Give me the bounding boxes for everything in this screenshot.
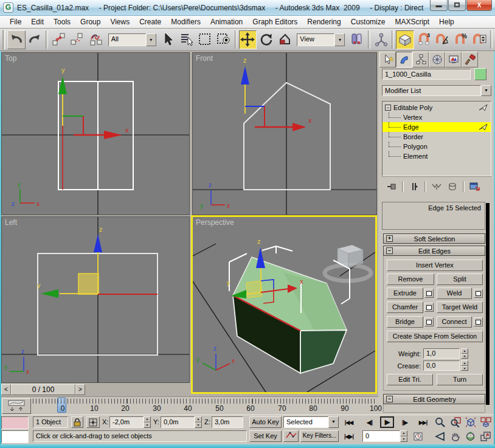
selection-lock-button[interactable] (71, 416, 83, 428)
tab-create[interactable] (379, 52, 396, 67)
house-object[interactable] (233, 257, 347, 373)
rollout-soft-selection[interactable]: + Soft Selection (383, 233, 485, 244)
spinner-up-icon[interactable]: ▲ (461, 360, 468, 366)
remove-modifier-button[interactable] (445, 181, 460, 193)
bridge-settings-button[interactable] (424, 317, 434, 326)
viewport-top[interactable]: Top y x y z x (1, 52, 190, 215)
stack-row-vertex[interactable]: Vertex (382, 112, 491, 122)
menu-file[interactable]: File (5, 16, 26, 27)
pin-stack-button[interactable] (384, 181, 399, 193)
connect-button[interactable]: Connect (437, 316, 472, 328)
stack-row-polygon[interactable]: Polygon (382, 142, 491, 151)
set-key-button[interactable]: Set Key (249, 430, 282, 442)
menu-group[interactable]: Group (75, 16, 105, 27)
viewport-left[interactable]: Left z y z y x (1, 216, 190, 383)
field-of-view-button[interactable] (433, 430, 447, 442)
y-spinner[interactable]: ▲▼ (195, 416, 202, 428)
crease-field[interactable]: 0,0 (423, 360, 460, 371)
spinner-up-icon[interactable]: ▲ (400, 430, 407, 436)
weight-spinner[interactable]: ▲▼ (461, 348, 468, 359)
time-slider-prev-button[interactable]: < (1, 384, 11, 395)
weld-settings-button[interactable] (474, 289, 483, 298)
undo-button[interactable] (7, 30, 26, 49)
absolute-offset-mode-button[interactable] (86, 416, 100, 428)
window-crossing-button[interactable] (215, 30, 233, 49)
rectangular-selection-region-button[interactable] (196, 30, 215, 49)
menu-help[interactable]: Help (434, 16, 459, 27)
rollout-edit-geometry[interactable]: − Edit Geometry (383, 394, 485, 404)
angle-snap-button[interactable] (433, 30, 451, 49)
tab-motion[interactable] (429, 52, 445, 67)
snaps-toggle-button[interactable] (396, 30, 414, 49)
menu-edit[interactable]: Edit (26, 16, 49, 27)
app-icon[interactable]: G (3, 2, 13, 13)
viewport-top-label[interactable]: Top (5, 54, 16, 63)
edit-tri-button[interactable]: Edit Tri. (387, 374, 433, 385)
use-pivot-point-center-button[interactable] (348, 30, 366, 49)
animation-selection-arrow[interactable]: ▼ (328, 416, 339, 428)
title-bar[interactable]: G ES_Casilla_01a2.max - Project Folder: … (0, 0, 495, 16)
menu-views[interactable]: Views (105, 16, 134, 27)
time-configuration-button[interactable] (411, 430, 425, 442)
zoom-extents-all-button[interactable] (479, 416, 493, 428)
modifier-list-arrow-icon[interactable]: ▼ (481, 85, 491, 96)
default-in-out-tangents-button[interactable] (283, 430, 299, 442)
timeline-ruler[interactable]: 0 10 20 30 40 50 60 70 80 90 100 (33, 397, 377, 415)
panel-scrollbar[interactable] (486, 203, 490, 405)
tab-modify[interactable] (396, 52, 412, 67)
percent-snap-button[interactable]: % (452, 30, 470, 49)
y-coordinate-field[interactable]: 0,0m (161, 416, 195, 428)
configure-modifier-sets-button[interactable] (468, 181, 482, 193)
select-and-scale-button[interactable] (276, 30, 294, 49)
make-unique-button[interactable] (429, 181, 444, 193)
zoom-button[interactable] (433, 416, 447, 428)
pan-button[interactable] (448, 430, 462, 442)
x-coordinate-field[interactable]: -2,0m (109, 416, 144, 428)
extrude-settings-button[interactable] (424, 289, 434, 298)
turn-button[interactable]: Turn (437, 374, 483, 385)
stack-row-element[interactable]: Element (382, 151, 491, 161)
rollout-edit-edges[interactable]: − Edit Edges (383, 246, 485, 256)
modifier-list-dropdown[interactable]: Modifier List ▼ (382, 85, 491, 96)
redo-button[interactable] (26, 30, 44, 49)
mini-curve-editor-button[interactable] (2, 398, 31, 414)
viewport-perspective[interactable]: Perspective (191, 215, 377, 394)
weight-field[interactable]: 1,0 (423, 348, 460, 359)
menu-animation[interactable]: Animation (206, 16, 248, 27)
chamfer-settings-button[interactable] (424, 303, 434, 312)
menu-create[interactable]: Create (134, 16, 166, 27)
selection-filter-arrow-icon[interactable]: ▼ (146, 33, 156, 46)
spinner-up-icon[interactable]: ▲ (144, 416, 151, 422)
stack-row-editable-poly[interactable]: − Editable Poly (382, 103, 491, 112)
frame-spinner[interactable]: ▲▼ (400, 430, 407, 442)
bridge-button[interactable]: Bridge (387, 316, 423, 328)
insert-vertex-button[interactable]: Insert Vertex (387, 260, 483, 271)
stack-row-border[interactable]: Border (382, 132, 491, 142)
go-to-end-button[interactable]: ▶▶| (416, 416, 430, 428)
zoom-all-button[interactable] (448, 416, 462, 428)
maxscript-listener-pink[interactable] (1, 416, 29, 429)
spinner-down-icon[interactable]: ▼ (400, 436, 407, 443)
viewport-front[interactable]: Front z x z y x (192, 52, 377, 215)
reference-coordinate-arrow-icon[interactable]: ▼ (334, 33, 345, 46)
spinner-up-icon[interactable]: ▲ (195, 416, 202, 422)
snap-3d-button[interactable]: 3 (415, 30, 433, 49)
spinner-up-icon[interactable]: ▲ (461, 348, 468, 354)
key-mode-toggle-button[interactable]: |◀▶| (342, 430, 356, 442)
expand-icon[interactable]: + (386, 235, 393, 242)
selection-filter-dropdown[interactable]: All ▼ (108, 33, 156, 46)
menu-rendering[interactable]: Rendering (302, 16, 345, 27)
maxscript-listener-white[interactable] (1, 430, 29, 443)
create-shape-button[interactable]: Create Shape From Selection (387, 331, 483, 342)
select-by-name-button[interactable] (178, 30, 196, 49)
tab-utilities[interactable] (462, 52, 478, 67)
weld-button[interactable]: Weld (437, 288, 472, 299)
viewport-perspective-label[interactable]: Perspective (196, 218, 234, 227)
collapse-icon[interactable]: − (386, 396, 393, 402)
play-button[interactable]: ▶ (380, 416, 394, 428)
chamfer-button[interactable]: Chamfer (387, 302, 423, 313)
tab-hierarchy[interactable] (412, 52, 429, 67)
spinner-down-icon[interactable]: ▼ (461, 366, 468, 371)
min-max-toggle-button[interactable] (479, 430, 493, 442)
object-name-field[interactable]: 1_1000_Casilla (382, 69, 471, 80)
